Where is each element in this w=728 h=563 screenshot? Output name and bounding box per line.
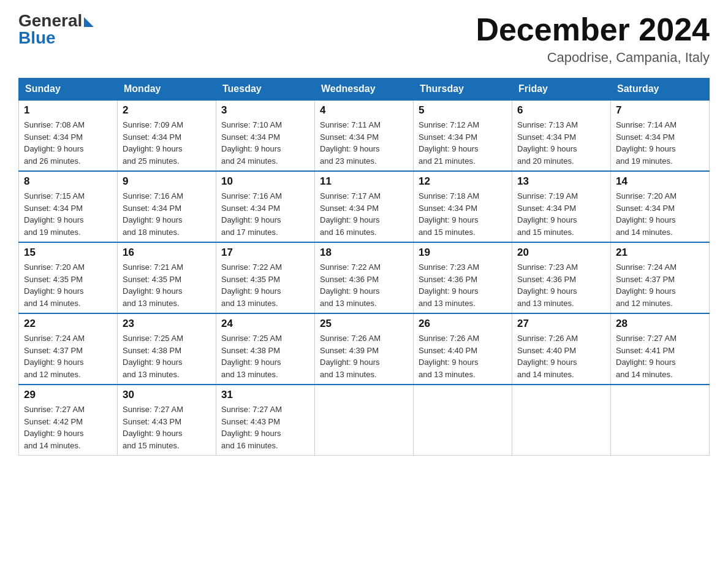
calendar-week-row: 22Sunrise: 7:24 AMSunset: 4:37 PMDayligh… bbox=[19, 313, 710, 385]
calendar-day-cell: 2Sunrise: 7:09 AMSunset: 4:34 PMDaylight… bbox=[118, 100, 216, 171]
title-block: December 2024 Capodrise, Campania, Italy bbox=[476, 12, 710, 66]
page-header: General Blue December 2024 Capodrise, Ca… bbox=[18, 12, 710, 66]
calendar-day-cell: 6Sunrise: 7:13 AMSunset: 4:34 PMDaylight… bbox=[512, 100, 611, 171]
day-info: Sunrise: 7:20 AMSunset: 4:35 PMDaylight:… bbox=[24, 261, 112, 309]
calendar-day-cell: 27Sunrise: 7:26 AMSunset: 4:40 PMDayligh… bbox=[512, 313, 611, 385]
calendar-week-row: 15Sunrise: 7:20 AMSunset: 4:35 PMDayligh… bbox=[19, 242, 710, 313]
calendar-day-cell: 17Sunrise: 7:22 AMSunset: 4:35 PMDayligh… bbox=[216, 242, 315, 313]
day-number: 29 bbox=[24, 389, 112, 401]
calendar-week-row: 1Sunrise: 7:08 AMSunset: 4:34 PMDaylight… bbox=[19, 100, 710, 171]
day-number: 22 bbox=[24, 318, 112, 330]
day-info: Sunrise: 7:11 AMSunset: 4:34 PMDaylight:… bbox=[320, 119, 408, 167]
day-number: 24 bbox=[221, 318, 309, 330]
day-number: 23 bbox=[123, 318, 211, 330]
day-number: 4 bbox=[320, 104, 408, 117]
day-info: Sunrise: 7:17 AMSunset: 4:34 PMDaylight:… bbox=[320, 190, 408, 238]
day-number: 2 bbox=[123, 104, 211, 117]
calendar-day-cell bbox=[611, 385, 710, 456]
calendar-day-cell: 31Sunrise: 7:27 AMSunset: 4:43 PMDayligh… bbox=[216, 385, 315, 456]
day-info: Sunrise: 7:15 AMSunset: 4:34 PMDaylight:… bbox=[24, 190, 112, 238]
calendar-day-cell: 14Sunrise: 7:20 AMSunset: 4:34 PMDayligh… bbox=[611, 171, 710, 242]
day-info: Sunrise: 7:08 AMSunset: 4:34 PMDaylight:… bbox=[24, 119, 112, 167]
day-info: Sunrise: 7:16 AMSunset: 4:34 PMDaylight:… bbox=[221, 190, 309, 238]
day-number: 12 bbox=[419, 175, 507, 188]
weekday-header: Monday bbox=[118, 79, 216, 101]
day-info: Sunrise: 7:18 AMSunset: 4:34 PMDaylight:… bbox=[419, 190, 507, 238]
calendar-day-cell: 22Sunrise: 7:24 AMSunset: 4:37 PMDayligh… bbox=[19, 313, 118, 385]
day-number: 7 bbox=[616, 104, 704, 117]
day-number: 13 bbox=[517, 175, 605, 188]
calendar-day-cell: 16Sunrise: 7:21 AMSunset: 4:35 PMDayligh… bbox=[118, 242, 216, 313]
calendar-day-cell: 13Sunrise: 7:19 AMSunset: 4:34 PMDayligh… bbox=[512, 171, 611, 242]
day-info: Sunrise: 7:19 AMSunset: 4:34 PMDaylight:… bbox=[517, 190, 605, 238]
day-number: 11 bbox=[320, 175, 408, 188]
calendar-day-cell: 4Sunrise: 7:11 AMSunset: 4:34 PMDaylight… bbox=[315, 100, 414, 171]
day-info: Sunrise: 7:27 AMSunset: 4:43 PMDaylight:… bbox=[221, 404, 309, 451]
day-number: 31 bbox=[221, 389, 309, 401]
calendar-week-row: 29Sunrise: 7:27 AMSunset: 4:42 PMDayligh… bbox=[19, 385, 710, 456]
day-info: Sunrise: 7:27 AMSunset: 4:41 PMDaylight:… bbox=[616, 332, 704, 380]
day-number: 6 bbox=[517, 104, 605, 117]
day-info: Sunrise: 7:25 AMSunset: 4:38 PMDaylight:… bbox=[123, 332, 211, 380]
day-number: 9 bbox=[123, 175, 211, 188]
day-number: 1 bbox=[24, 104, 112, 117]
day-info: Sunrise: 7:22 AMSunset: 4:35 PMDaylight:… bbox=[221, 261, 309, 309]
day-info: Sunrise: 7:27 AMSunset: 4:42 PMDaylight:… bbox=[24, 404, 112, 451]
calendar-day-cell bbox=[512, 385, 611, 456]
day-number: 27 bbox=[517, 318, 605, 330]
day-number: 17 bbox=[221, 247, 309, 259]
weekday-header: Wednesday bbox=[315, 79, 414, 101]
day-info: Sunrise: 7:16 AMSunset: 4:34 PMDaylight:… bbox=[123, 190, 211, 238]
calendar-day-cell: 21Sunrise: 7:24 AMSunset: 4:37 PMDayligh… bbox=[611, 242, 710, 313]
calendar-day-cell: 23Sunrise: 7:25 AMSunset: 4:38 PMDayligh… bbox=[118, 313, 216, 385]
calendar-day-cell bbox=[414, 385, 512, 456]
calendar-day-cell: 1Sunrise: 7:08 AMSunset: 4:34 PMDaylight… bbox=[19, 100, 118, 171]
weekday-header: Tuesday bbox=[216, 79, 315, 101]
calendar-day-cell: 10Sunrise: 7:16 AMSunset: 4:34 PMDayligh… bbox=[216, 171, 315, 242]
calendar-day-cell: 28Sunrise: 7:27 AMSunset: 4:41 PMDayligh… bbox=[611, 313, 710, 385]
weekday-header: Friday bbox=[512, 79, 611, 101]
day-number: 25 bbox=[320, 318, 408, 330]
day-info: Sunrise: 7:13 AMSunset: 4:34 PMDaylight:… bbox=[517, 119, 605, 167]
calendar-day-cell: 9Sunrise: 7:16 AMSunset: 4:34 PMDaylight… bbox=[118, 171, 216, 242]
calendar-day-cell: 15Sunrise: 7:20 AMSunset: 4:35 PMDayligh… bbox=[19, 242, 118, 313]
day-number: 5 bbox=[419, 104, 507, 117]
calendar-day-cell: 8Sunrise: 7:15 AMSunset: 4:34 PMDaylight… bbox=[19, 171, 118, 242]
day-info: Sunrise: 7:09 AMSunset: 4:34 PMDaylight:… bbox=[123, 119, 211, 167]
day-info: Sunrise: 7:24 AMSunset: 4:37 PMDaylight:… bbox=[24, 332, 112, 380]
calendar-week-row: 8Sunrise: 7:15 AMSunset: 4:34 PMDaylight… bbox=[19, 171, 710, 242]
day-info: Sunrise: 7:22 AMSunset: 4:36 PMDaylight:… bbox=[320, 261, 408, 309]
calendar-day-cell: 25Sunrise: 7:26 AMSunset: 4:39 PMDayligh… bbox=[315, 313, 414, 385]
logo: General Blue bbox=[18, 12, 94, 47]
weekday-header: Thursday bbox=[414, 79, 512, 101]
day-info: Sunrise: 7:21 AMSunset: 4:35 PMDaylight:… bbox=[123, 261, 211, 309]
logo-blue-text: Blue bbox=[18, 29, 56, 47]
day-info: Sunrise: 7:23 AMSunset: 4:36 PMDaylight:… bbox=[419, 261, 507, 309]
day-info: Sunrise: 7:26 AMSunset: 4:39 PMDaylight:… bbox=[320, 332, 408, 380]
logo-general-text: General bbox=[18, 12, 82, 29]
day-info: Sunrise: 7:27 AMSunset: 4:43 PMDaylight:… bbox=[123, 404, 211, 451]
day-info: Sunrise: 7:23 AMSunset: 4:36 PMDaylight:… bbox=[517, 261, 605, 309]
day-info: Sunrise: 7:26 AMSunset: 4:40 PMDaylight:… bbox=[517, 332, 605, 380]
calendar-day-cell: 18Sunrise: 7:22 AMSunset: 4:36 PMDayligh… bbox=[315, 242, 414, 313]
day-number: 18 bbox=[320, 247, 408, 259]
calendar-day-cell: 19Sunrise: 7:23 AMSunset: 4:36 PMDayligh… bbox=[414, 242, 512, 313]
day-number: 26 bbox=[419, 318, 507, 330]
day-number: 14 bbox=[616, 175, 704, 188]
calendar-day-cell: 30Sunrise: 7:27 AMSunset: 4:43 PMDayligh… bbox=[118, 385, 216, 456]
day-number: 10 bbox=[221, 175, 309, 188]
day-number: 20 bbox=[517, 247, 605, 259]
day-info: Sunrise: 7:26 AMSunset: 4:40 PMDaylight:… bbox=[419, 332, 507, 380]
day-number: 8 bbox=[24, 175, 112, 188]
location-title: Capodrise, Campania, Italy bbox=[476, 50, 710, 66]
day-info: Sunrise: 7:14 AMSunset: 4:34 PMDaylight:… bbox=[616, 119, 704, 167]
day-number: 15 bbox=[24, 247, 112, 259]
day-number: 3 bbox=[221, 104, 309, 117]
day-number: 19 bbox=[419, 247, 507, 259]
calendar-day-cell: 5Sunrise: 7:12 AMSunset: 4:34 PMDaylight… bbox=[414, 100, 512, 171]
calendar-day-cell: 20Sunrise: 7:23 AMSunset: 4:36 PMDayligh… bbox=[512, 242, 611, 313]
day-info: Sunrise: 7:20 AMSunset: 4:34 PMDaylight:… bbox=[616, 190, 704, 238]
day-number: 28 bbox=[616, 318, 704, 330]
calendar-day-cell bbox=[315, 385, 414, 456]
month-title: December 2024 bbox=[476, 12, 710, 47]
